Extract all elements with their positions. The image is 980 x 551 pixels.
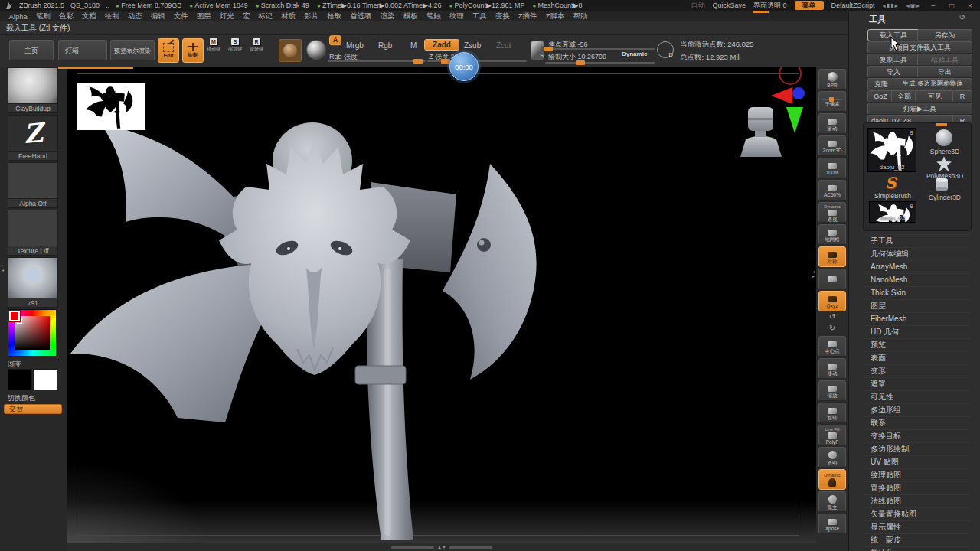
solo-button[interactable]: 孤立 <box>818 491 846 512</box>
menu-item[interactable]: Z插件 <box>514 11 541 21</box>
floor-grid-button[interactable]: 地网格 <box>818 224 846 245</box>
restore-button[interactable]: □ <box>946 2 957 10</box>
half-size-button[interactable]: AC50% <box>818 180 846 201</box>
polyframe-button[interactable]: Line Fill PolyF <box>818 425 846 445</box>
goz-all-button[interactable]: 全部 <box>891 90 917 103</box>
menu-item[interactable]: 变换 <box>491 11 514 21</box>
zoom3d-button[interactable]: Zoom3D <box>818 135 846 156</box>
tool-palette-title[interactable]: 工具 <box>869 14 886 25</box>
menu-item[interactable]: 材质 <box>277 11 300 21</box>
rotate-gyro-button[interactable]: R 旋转键 <box>250 38 263 53</box>
active-tool-slider-handle[interactable] <box>936 123 947 126</box>
menu-item[interactable]: 文件 <box>169 11 192 21</box>
tool-section-row[interactable]: Thick Skin <box>863 286 970 299</box>
m-button[interactable]: M <box>410 41 416 50</box>
tool-section-row[interactable]: 矢量置换贴图 <box>863 507 970 520</box>
zadd-button[interactable]: Zadd <box>424 39 459 51</box>
zscript-label[interactable]: DefaultZScript <box>831 2 875 9</box>
menu-item[interactable]: 编辑 <box>146 11 169 21</box>
minimize-button[interactable]: − <box>928 2 939 10</box>
menu-item[interactable]: 灯光 <box>215 11 238 21</box>
sphere3d-label[interactable]: Sphere3D <box>925 148 965 155</box>
save-as-button[interactable]: 另存为 <box>917 29 972 41</box>
tool-section-row[interactable]: 法线贴图 <box>863 494 970 507</box>
z-intensity-handle[interactable] <box>441 59 450 64</box>
menu-item[interactable]: 首选项 <box>346 11 377 21</box>
sphere3d-icon[interactable] <box>936 129 952 146</box>
export-button[interactable]: 导出 <box>917 66 972 78</box>
menu-item[interactable]: 拾取 <box>323 11 346 21</box>
camera-view-head[interactable] <box>740 107 782 159</box>
tool-section-row[interactable]: 预览 <box>863 338 970 351</box>
menu-item[interactable]: 纹理 <box>445 11 468 21</box>
focal-shift-handle[interactable] <box>544 47 553 51</box>
tool-section-row[interactable]: 表面 <box>863 351 970 364</box>
rgb-intensity-handle[interactable] <box>413 59 423 64</box>
edit-button[interactable]: Edit <box>158 38 179 63</box>
scroll-button[interactable]: 滚动 <box>818 113 846 134</box>
xpose-button[interactable]: Xpose <box>818 514 846 534</box>
draw-size-track[interactable] <box>545 62 655 64</box>
lightbox-tool-button[interactable]: 灯箱▶工具 <box>867 103 972 115</box>
menu-item[interactable]: 渲染 <box>376 11 399 21</box>
menu-item[interactable]: 图层 <box>192 11 215 21</box>
close-button[interactable]: × <box>965 2 975 10</box>
load-from-project-button[interactable]: 从项目文件载入工具 <box>867 41 972 54</box>
menu-item[interactable]: 标记 <box>254 11 277 21</box>
tool-section-row[interactable]: 变换目标 <box>863 429 970 442</box>
tool-section-row[interactable]: 纹理贴图 <box>863 468 970 481</box>
color-picker[interactable] <box>8 309 57 357</box>
quicksave-button[interactable]: QuickSave <box>712 2 746 9</box>
qxyz-button[interactable]: Qxyz <box>818 291 846 311</box>
palette-cycle-icon[interactable]: ↺ <box>959 13 965 21</box>
local-symmetry-button[interactable]: 对称 <box>818 246 846 267</box>
tool-section-row[interactable]: 多边形组 <box>863 403 970 416</box>
menu-item[interactable]: 笔刷 <box>31 11 54 21</box>
goz-r-button[interactable]: R <box>952 90 972 103</box>
paste-tool-button[interactable]: 粘贴工具 <box>917 54 972 66</box>
secondary-color-swatch[interactable] <box>33 369 57 390</box>
timeline-time-badge[interactable]: 00:00 <box>449 52 479 81</box>
transp-button[interactable]: 透明 <box>818 447 846 468</box>
polymesh3d-star-icon[interactable] <box>934 155 954 174</box>
rgb-button[interactable]: Rgb <box>378 41 392 50</box>
menu-item[interactable]: 笔触 <box>422 11 445 21</box>
tool-section-row[interactable]: FiberMesh <box>863 312 970 325</box>
simplebrush-s-icon[interactable]: S <box>885 174 896 192</box>
current-brush-button[interactable] <box>279 39 302 62</box>
menu-item[interactable]: 模板 <box>399 11 422 21</box>
menu-item[interactable]: 工具 <box>468 11 491 21</box>
menu-item[interactable]: 动态 <box>123 11 146 21</box>
right-tray-collapse-handle[interactable]: ◂▸ <box>811 269 816 279</box>
tool-section-row[interactable]: NanoMesh <box>863 273 970 286</box>
draw-button[interactable]: 绘制 <box>182 38 204 63</box>
tool-section-row[interactable]: 多边形绘制 <box>863 442 970 455</box>
rgb-intensity-track[interactable] <box>328 60 426 62</box>
menu-button[interactable]: 菜单 <box>795 1 824 10</box>
copy-tool-button[interactable]: 复制工具 <box>867 54 920 66</box>
preview-boolean-button[interactable]: 预览布尔渲染 <box>110 40 155 61</box>
local-lock-button[interactable] <box>818 269 846 289</box>
zsub-button[interactable]: Zsub <box>464 41 481 50</box>
tool-section-row[interactable]: 联系 <box>863 416 970 429</box>
home-button[interactable]: 主页 <box>9 40 54 61</box>
tool-section-row[interactable]: 统一蒙皮 <box>863 533 970 546</box>
tool-section-row[interactable]: 图层 <box>863 299 970 312</box>
draw-size-handle[interactable] <box>576 60 585 65</box>
focal-shift-track[interactable] <box>545 48 655 50</box>
tool-section-row[interactable]: UV 贴图 <box>863 455 970 468</box>
perspective-button[interactable]: Dynamic 透视 <box>818 202 846 223</box>
axis-gizmo-icon[interactable] <box>771 67 805 133</box>
import-button[interactable]: 导入 <box>867 66 920 78</box>
menu-item[interactable]: 宏 <box>238 11 254 21</box>
texture-thumbnail[interactable] <box>8 210 58 246</box>
tool-section-row[interactable]: ArrayMesh <box>863 260 970 273</box>
rotate-cw-button[interactable]: ↻ <box>819 324 845 334</box>
cylinder3d-icon[interactable] <box>933 177 951 192</box>
tool-section-row[interactable]: 变形 <box>863 364 970 377</box>
dynamic-label[interactable]: Dynamic <box>622 51 647 57</box>
move-gyro-button[interactable]: M 移动键 <box>207 38 220 53</box>
brush-size-icons[interactable]: ◂▮▮▸ <box>883 2 899 9</box>
tool-section-row[interactable]: 可见性 <box>863 390 970 403</box>
spix-slider[interactable]: 子像素 <box>818 91 846 112</box>
